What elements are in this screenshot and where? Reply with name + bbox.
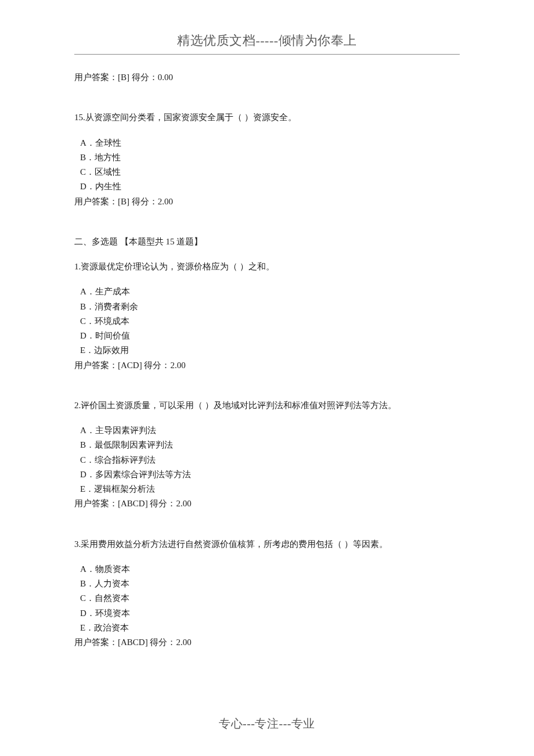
option-b: B．人力资本 xyxy=(74,577,460,591)
option-b: B．地方性 xyxy=(74,151,460,164)
answer-line: 用户答案：[ABCD] 得分：2.00 xyxy=(74,636,460,649)
options-list: A．全球性 B．地方性 C．区域性 D．内生性 xyxy=(74,136,460,194)
options-list: A．生产成本 B．消费者剩余 C．环境成本 D．时间价值 E．边际效用 xyxy=(74,285,460,357)
question-stem: 3.采用费用效益分析方法进行自然资源价值核算，所考虑的费用包括（ ）等因素。 xyxy=(74,538,460,551)
option-c: C．综合指标评判法 xyxy=(74,453,460,467)
option-c: C．区域性 xyxy=(74,165,460,179)
option-e: E．政治资本 xyxy=(74,621,460,635)
section-two-header: 二、多选题 【本题型共 15 道题】 xyxy=(74,235,460,249)
option-d: D．多因素综合评判法等方法 xyxy=(74,468,460,481)
answer-line: 用户答案：[ACD] 得分：2.00 xyxy=(74,359,460,372)
answer-line: 用户答案：[B] 得分：2.00 xyxy=(74,195,460,208)
option-b: B．最低限制因素评判法 xyxy=(74,438,460,452)
page-header: 精选优质文档-----倾情为你奉上 xyxy=(74,32,460,54)
option-a: A．主导因素评判法 xyxy=(74,424,460,437)
options-list: A．物质资本 B．人力资本 C．自然资本 D．环境资本 E．政治资本 xyxy=(74,563,460,635)
option-d: D．环境资本 xyxy=(74,607,460,620)
option-e: E．边际效用 xyxy=(74,344,460,357)
multi-question-1: 1.资源最优定价理论认为，资源价格应为（ ）之和。 A．生产成本 B．消费者剩余… xyxy=(74,260,460,372)
options-list: A．主导因素评判法 B．最低限制因素评判法 C．综合指标评判法 D．多因素综合评… xyxy=(74,424,460,496)
answer-line: 用户答案：[ABCD] 得分：2.00 xyxy=(74,497,460,510)
multi-question-3: 3.采用费用效益分析方法进行自然资源价值核算，所考虑的费用包括（ ）等因素。 A… xyxy=(74,538,460,650)
option-c: C．自然资本 xyxy=(74,592,460,605)
page-footer: 专心---专注---专业 xyxy=(0,716,534,732)
document-body: 用户答案：[B] 得分：0.00 15.从资源空间分类看，国家资源安全属于（ ）… xyxy=(74,71,460,649)
question-stem: 15.从资源空间分类看，国家资源安全属于（ ）资源安全。 xyxy=(74,111,460,124)
question-stem: 2.评价国土资源质量，可以采用（ ）及地域对比评判法和标准值对照评判法等方法。 xyxy=(74,399,460,412)
option-d: D．内生性 xyxy=(74,180,460,193)
option-c: C．环境成本 xyxy=(74,315,460,328)
option-b: B．消费者剩余 xyxy=(74,300,460,314)
prev-answer-line: 用户答案：[B] 得分：0.00 xyxy=(74,71,460,84)
question-stem: 1.资源最优定价理论认为，资源价格应为（ ）之和。 xyxy=(74,260,460,273)
option-a: A．物质资本 xyxy=(74,563,460,576)
question-15: 15.从资源空间分类看，国家资源安全属于（ ）资源安全。 A．全球性 B．地方性… xyxy=(74,111,460,208)
option-a: A．生产成本 xyxy=(74,285,460,298)
header-divider xyxy=(74,54,460,55)
option-e: E．逻辑框架分析法 xyxy=(74,483,460,496)
option-d: D．时间价值 xyxy=(74,329,460,343)
option-a: A．全球性 xyxy=(74,136,460,150)
multi-question-2: 2.评价国土资源质量，可以采用（ ）及地域对比评判法和标准值对照评判法等方法。 … xyxy=(74,399,460,511)
